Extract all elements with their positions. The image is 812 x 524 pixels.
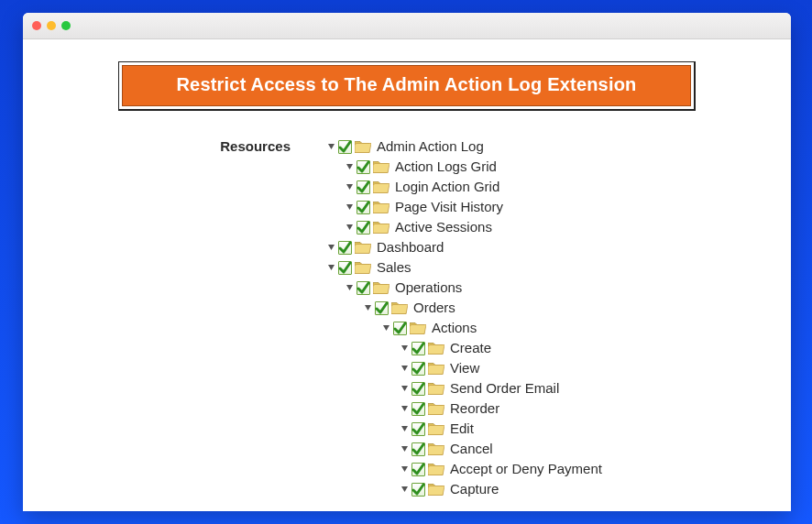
svg-marker-17	[401, 486, 408, 492]
resource-checkbox[interactable]	[411, 362, 425, 376]
expand-toggle-icon[interactable]	[325, 264, 336, 272]
expand-toggle-icon[interactable]	[399, 486, 410, 494]
svg-marker-0	[328, 144, 335, 149]
tree-node-label[interactable]: Create	[450, 338, 491, 358]
folder-icon	[373, 180, 390, 194]
tree-row: Operations	[344, 278, 791, 298]
tree-node-label[interactable]: Orders	[413, 298, 455, 318]
resource-checkbox[interactable]	[411, 342, 425, 355]
tree-node-label[interactable]: Operations	[395, 278, 462, 298]
resources-tree: Admin Action LogAction Logs GridLogin Ac…	[325, 136, 791, 499]
folder-icon	[373, 159, 390, 174]
expand-toggle-icon[interactable]	[399, 365, 410, 373]
folder-icon	[391, 300, 408, 315]
expand-toggle-icon[interactable]	[344, 284, 355, 292]
svg-marker-14	[401, 426, 408, 431]
tree-node-login-action-grid: Login Action Grid	[344, 177, 791, 197]
resource-checkbox[interactable]	[357, 160, 370, 174]
folder-icon	[428, 442, 444, 456]
tree-node-label[interactable]: Login Action Grid	[395, 177, 499, 197]
resource-checkbox[interactable]	[338, 261, 352, 275]
tree-row: Reorder	[399, 398, 791, 419]
expand-toggle-icon[interactable]	[344, 163, 355, 171]
svg-marker-9	[383, 325, 390, 331]
tree-node-label[interactable]: Capture	[450, 479, 499, 499]
window-close-button[interactable]	[32, 21, 41, 30]
resource-checkbox[interactable]	[411, 402, 425, 416]
folder-icon	[428, 361, 444, 376]
expand-toggle-icon[interactable]	[325, 244, 336, 252]
tree-node-label[interactable]: Sales	[377, 257, 411, 278]
svg-marker-4	[346, 224, 353, 230]
tree-row: Capture	[399, 479, 791, 499]
resource-checkbox[interactable]	[357, 201, 370, 214]
svg-marker-10	[401, 345, 408, 351]
svg-marker-11	[401, 366, 408, 371]
svg-marker-13	[401, 406, 408, 411]
svg-marker-3	[346, 204, 353, 210]
expand-toggle-icon[interactable]	[399, 385, 410, 393]
expand-toggle-icon[interactable]	[344, 224, 355, 232]
svg-marker-1	[346, 164, 353, 169]
app-window: Restrict Access to The Admin Action Log …	[23, 13, 791, 511]
svg-marker-6	[328, 265, 335, 270]
expand-toggle-icon[interactable]	[344, 183, 355, 191]
tree-node-label[interactable]: Actions	[432, 318, 477, 338]
resource-checkbox[interactable]	[357, 281, 370, 295]
tree-node-capture: Capture	[399, 479, 791, 499]
tree-node-create: Create	[399, 338, 791, 358]
folder-icon	[373, 200, 390, 214]
tree-row: Create	[399, 338, 791, 358]
expand-toggle-icon[interactable]	[399, 465, 410, 474]
folder-icon	[428, 421, 444, 436]
resource-checkbox[interactable]	[338, 241, 352, 255]
resource-checkbox[interactable]	[338, 140, 352, 154]
tree-node-cancel: Cancel	[399, 439, 791, 459]
resource-checkbox[interactable]	[375, 301, 389, 315]
window-minimize-button[interactable]	[47, 21, 56, 30]
tree-node-label[interactable]: Cancel	[450, 439, 493, 459]
tree-node-send-order-email: Send Order Email	[399, 378, 791, 398]
tree-node-label[interactable]: View	[450, 358, 479, 378]
resource-checkbox[interactable]	[411, 463, 425, 476]
tree-node-label[interactable]: Accept or Deny Payment	[450, 459, 602, 479]
resource-checkbox[interactable]	[411, 483, 425, 497]
expand-toggle-icon[interactable]	[399, 344, 410, 353]
svg-marker-16	[401, 466, 408, 472]
expand-toggle-icon[interactable]	[344, 203, 355, 212]
expand-toggle-icon[interactable]	[399, 405, 410, 413]
resource-checkbox[interactable]	[393, 322, 407, 335]
banner-frame: Restrict Access to The Admin Action Log …	[118, 61, 696, 111]
resource-checkbox[interactable]	[357, 180, 370, 194]
expand-toggle-icon[interactable]	[399, 445, 410, 453]
resource-checkbox[interactable]	[411, 422, 425, 436]
folder-icon	[373, 280, 390, 295]
tree-row: Page Visit History	[344, 197, 791, 217]
tree-node-label[interactable]: Reorder	[450, 398, 499, 419]
tree-node-admin-action-log: Admin Action LogAction Logs GridLogin Ac…	[325, 136, 791, 237]
folder-icon	[355, 260, 371, 275]
folder-icon	[428, 482, 444, 497]
svg-marker-5	[328, 245, 335, 250]
tree-row: Accept or Deny Payment	[399, 459, 791, 479]
tree-node-orders: OrdersActionsCreateViewSend Order EmailR…	[362, 298, 791, 499]
tree-row: Dashboard	[325, 237, 791, 257]
tree-node-label[interactable]: Page Visit History	[395, 197, 503, 217]
tree-node-label[interactable]: Edit	[450, 419, 474, 439]
tree-node-label[interactable]: Dashboard	[377, 237, 444, 257]
tree-node-active-sessions: Active Sessions	[344, 217, 791, 237]
tree-node-label[interactable]: Active Sessions	[395, 217, 492, 237]
expand-toggle-icon[interactable]	[362, 304, 373, 312]
tree-node-label[interactable]: Send Order Email	[450, 378, 559, 398]
expand-toggle-icon[interactable]	[380, 324, 391, 333]
expand-toggle-icon[interactable]	[399, 425, 410, 433]
resource-checkbox[interactable]	[411, 442, 425, 456]
tree-node-edit: Edit	[399, 419, 791, 439]
tree-node-label[interactable]: Action Logs Grid	[395, 157, 497, 177]
expand-toggle-icon[interactable]	[325, 143, 336, 151]
tree-node-label[interactable]: Admin Action Log	[377, 136, 484, 157]
window-zoom-button[interactable]	[61, 21, 71, 30]
tree-row: Active Sessions	[344, 217, 791, 237]
resource-checkbox[interactable]	[357, 221, 370, 235]
resource-checkbox[interactable]	[411, 382, 425, 396]
